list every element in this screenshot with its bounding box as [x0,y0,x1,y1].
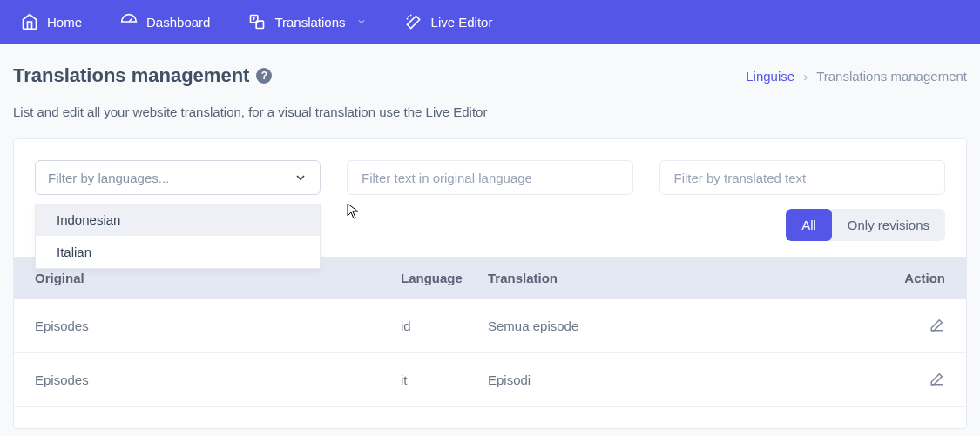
dropdown-option[interactable]: Indonesian [36,204,320,236]
cell-language: it [401,372,488,387]
chevron-down-icon [294,171,308,184]
language-dropdown: Indonesian Italian [35,204,321,269]
breadcrumb-link[interactable]: Linguise [746,69,794,84]
chevron-right-icon: › [803,69,808,84]
th-language: Language [401,271,488,285]
dropdown-option[interactable]: Italian [36,236,320,268]
breadcrumb: Linguise › Translations management [746,69,967,84]
nav-home[interactable]: Home [14,13,89,30]
cell-original: Episodes [35,319,401,333]
translated-text-filter[interactable] [659,160,946,195]
nav-translations-label: Translations [274,15,345,30]
magic-wand-icon [405,13,422,30]
nav-dashboard[interactable]: Dashboard [113,13,217,30]
nav-translations[interactable]: Translations [241,13,373,30]
edit-icon[interactable] [929,371,945,386]
revision-toggle: All Only revisions [786,209,945,241]
cell-original: Episodes [35,372,401,387]
table-row: Episodes it Episodi [14,353,966,407]
original-text-filter[interactable] [347,160,633,195]
table-row: Episodes id Semua episode [14,299,966,353]
toggle-revisions-button[interactable]: Only revisions [832,209,945,241]
th-original: Original [35,271,401,285]
chevron-down-icon [356,17,367,27]
cell-translation: Semua episode [488,319,893,333]
nav-dashboard-label: Dashboard [146,15,210,30]
toggle-all-button[interactable]: All [786,209,832,241]
top-nav: Home Dashboard Translations Live Editor [0,0,980,44]
page-title: Translations management ? [13,64,272,87]
th-translation: Translation [488,271,893,285]
breadcrumb-current: Translations management [816,69,967,84]
nav-home-label: Home [47,15,82,30]
help-icon[interactable]: ? [256,68,272,84]
translations-table: Original Language Translation Action Epi… [14,257,966,407]
language-filter-placeholder: Filter by languages... [48,171,169,185]
translate-icon [248,13,266,30]
nav-live-editor-label: Live Editor [431,15,493,30]
home-icon [21,13,38,30]
cell-language: id [401,319,488,333]
edit-icon[interactable] [929,317,945,332]
th-action: Action [893,271,945,285]
filters-card: Filter by languages... Indonesian Italia… [13,138,967,429]
page-subtitle: List and edit all your website translati… [13,104,967,119]
nav-live-editor[interactable]: Live Editor [398,13,500,30]
gauge-icon [120,13,138,30]
language-filter-select[interactable]: Filter by languages... [35,160,321,195]
cell-translation: Episodi [488,372,893,387]
